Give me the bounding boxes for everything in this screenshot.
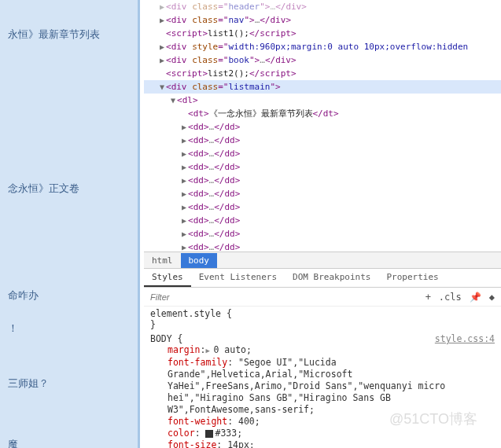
sidebar-item[interactable]: 永恒》最新章节列表	[0, 27, 108, 42]
rule-selector: element.style {	[150, 308, 495, 319]
dom-node[interactable]: ▶<div class="nav">…</div>	[144, 13, 501, 27]
collapse-icon[interactable]: ▼	[158, 81, 166, 93]
sidebar-item[interactable]: 魔	[0, 437, 26, 448]
toggle-cls-button[interactable]: .cls	[439, 292, 462, 303]
expand-icon[interactable]: ▶	[180, 148, 188, 160]
css-prop[interactable]: font-weight: 400;	[150, 416, 495, 428]
styles-tabs: Styles Event Listeners DOM Breakpoints P…	[144, 269, 501, 288]
css-prop[interactable]: font-family: "Segoe UI","Lucida Grande",…	[150, 357, 495, 416]
sidebar-item[interactable]: 三师姐？	[0, 376, 57, 391]
dom-node[interactable]: <script>list1();</script>	[144, 27, 501, 40]
dom-node[interactable]: ▶<dd>…</dd>	[144, 160, 501, 174]
sidebar: 永恒》最新章节列表 念永恒》正文卷 命咋办 ！ 三师姐？ 魔	[0, 0, 140, 448]
css-prop[interactable]: color: #333;	[150, 428, 495, 439]
filter-bar: + .cls 📌 ◆	[144, 288, 501, 307]
dom-node[interactable]: <dt>《一念永恒》最新章节列表</dt>	[144, 107, 501, 120]
add-rule-button[interactable]: +	[425, 292, 431, 303]
expand-icon[interactable]: ▶	[180, 241, 188, 252]
expand-icon[interactable]: ▶	[180, 201, 188, 213]
dom-node[interactable]: ▶<dd>…</dd>	[144, 200, 501, 214]
tab-event-listeners[interactable]: Event Listeners	[191, 269, 285, 287]
collapse-icon[interactable]: ▼	[169, 94, 177, 106]
style-rule[interactable]: element.style { }	[150, 308, 495, 330]
blank-icon	[158, 28, 166, 39]
css-prop[interactable]: font-size: 14px;	[150, 439, 495, 448]
tab-dom-breakpoints[interactable]: DOM Breakpoints	[285, 269, 378, 287]
tab-styles[interactable]: Styles	[144, 269, 191, 287]
css-prop[interactable]: margin:▶0 auto;	[150, 344, 495, 357]
expand-icon[interactable]: ▶	[180, 121, 188, 133]
dom-node[interactable]: ▶<dd>…</dd>	[144, 187, 501, 200]
expand-icon[interactable]: ▶	[158, 41, 166, 53]
dom-node-selected[interactable]: ▼<div class="listmain">	[144, 80, 501, 94]
expand-icon[interactable]: ▶	[180, 215, 188, 226]
expand-icon[interactable]: ▶	[180, 174, 188, 186]
dom-node[interactable]: ▶<div class="book">…</div>	[144, 53, 501, 67]
elements-tree[interactable]: ▶<div class="header">…</div> ▶<div class…	[144, 0, 501, 252]
dom-node[interactable]: <script>list2();</script>	[144, 67, 501, 80]
style-rule[interactable]: style.css:4 BODY { margin:▶0 auto; font-…	[150, 333, 495, 448]
expand-icon[interactable]: ▶	[205, 345, 213, 357]
more-icon[interactable]: ◆	[489, 292, 495, 303]
blank-icon	[180, 108, 188, 119]
expand-icon[interactable]: ▶	[180, 228, 188, 240]
rule-source-link[interactable]: style.css:4	[435, 333, 495, 344]
dom-node[interactable]: ▶<div style="width:960px;margin:0 auto 1…	[144, 40, 501, 53]
dom-node[interactable]: ▶<dd>…</dd>	[144, 227, 501, 241]
sidebar-item[interactable]: 念永恒》正文卷	[0, 181, 87, 196]
expand-icon[interactable]: ▶	[158, 54, 166, 66]
tab-properties[interactable]: Properties	[378, 269, 446, 287]
expand-icon[interactable]: ▶	[180, 161, 188, 173]
dom-node[interactable]: ▶<dd>…</dd>	[144, 147, 501, 160]
expand-icon[interactable]: ▶	[158, 14, 166, 26]
dom-node[interactable]: ▶<dd>…</dd>	[144, 134, 501, 147]
dom-node[interactable]: ▶<dd>…</dd>	[144, 214, 501, 227]
dom-node[interactable]: ▶<dd>…</dd>	[144, 120, 501, 134]
blank-icon	[158, 68, 166, 79]
rule-end: }	[150, 319, 495, 330]
crumb-html[interactable]: html	[144, 253, 181, 268]
dom-node[interactable]: ▶<dd>…</dd>	[144, 241, 501, 252]
dom-node[interactable]: ▼<dl>	[144, 94, 501, 107]
pin-icon[interactable]: 📌	[470, 292, 481, 303]
filter-input[interactable]	[150, 292, 425, 302]
dom-node[interactable]: ▶<div class="header">…</div>	[144, 0, 501, 13]
color-swatch-icon[interactable]	[205, 430, 213, 438]
expand-icon[interactable]: ▶	[180, 134, 188, 146]
dom-node[interactable]: ▶<dd>…</dd>	[144, 174, 501, 187]
breadcrumb: html body	[144, 252, 501, 269]
sidebar-item[interactable]: ！	[0, 321, 26, 336]
sidebar-item[interactable]: 命咋办	[0, 288, 46, 303]
crumb-body[interactable]: body	[181, 253, 218, 268]
styles-panel[interactable]: element.style { } style.css:4 BODY { mar…	[144, 307, 501, 448]
expand-icon[interactable]: ▶	[158, 1, 166, 13]
expand-icon[interactable]: ▶	[180, 188, 188, 200]
